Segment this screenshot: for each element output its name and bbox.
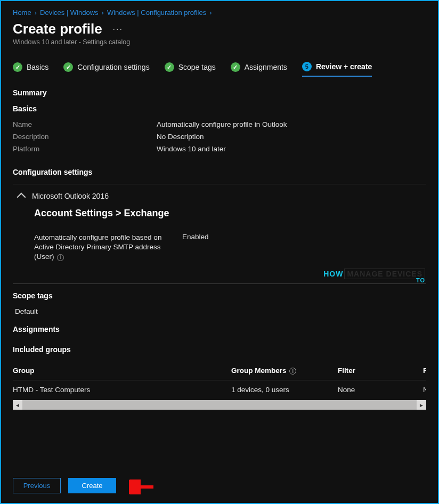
step-label: Review + create [316,62,372,71]
chevron-right-icon: › [209,9,212,17]
col-filter[interactable]: Filter [338,367,423,375]
check-icon: ✓ [63,62,73,72]
info-icon[interactable]: i [57,254,64,261]
divider [13,184,426,184]
basics-name-value: Automatically configure profile in Outlo… [157,120,287,128]
breadcrumb: Home › Devices | Windows › Windows | Con… [13,9,426,17]
basics-desc-value: No Description [157,133,204,141]
scroll-left-icon[interactable]: ◄ [13,400,22,410]
create-button[interactable]: Create [68,478,116,493]
cell-filter-mode: None [423,386,426,394]
wizard-steps: ✓ Basics ✓ Configuration settings ✓ Scop… [13,62,426,77]
divider [13,283,426,284]
table-row: HTMD - Test Computers 1 devices, 0 users… [13,380,426,399]
step-scope-tags[interactable]: ✓ Scope tags [165,62,216,76]
scope-heading: Scope tags [13,291,426,300]
step-basics[interactable]: ✓ Basics [13,62,48,76]
summary-heading: Summary [13,88,426,97]
step-label: Basics [27,63,48,71]
basics-platform-value: Windows 10 and later [157,145,226,153]
accordion-path: Account Settings > Exchange [34,208,426,219]
step-label: Configuration settings [77,63,149,71]
check-icon: ✓ [231,62,240,72]
page-title: Create profile [13,21,102,37]
step-number-icon: 5 [302,62,312,71]
step-review-create[interactable]: 5 Review + create [302,62,372,77]
assignments-table: Group Group Members i Filter Filter mode… [13,361,426,400]
scope-value: Default [15,307,426,315]
previous-button[interactable]: Previous [13,478,61,493]
col-members[interactable]: Group Members i [231,367,338,375]
annotation-arrow-icon [129,479,155,494]
config-heading: Configuration settings [13,168,426,176]
basics-heading: Basics [13,104,426,113]
chevron-right-icon: › [102,9,104,17]
more-actions-button[interactable]: ··· [113,25,123,34]
cell-members: 1 devices, 0 users [231,386,338,394]
info-icon[interactable]: i [289,368,296,375]
step-assignments[interactable]: ✓ Assignments [231,62,287,76]
col-group[interactable]: Group [13,367,231,375]
accordion-toggle[interactable]: Microsoft Outlook 2016 [18,192,426,200]
step-config-settings[interactable]: ✓ Configuration settings [63,62,149,76]
setting-label: Automatically configure profile based on… [34,233,173,262]
step-label: Assignments [245,63,287,71]
breadcrumb-home[interactable]: Home [13,9,31,17]
chevron-up-icon [17,193,26,202]
col-filter-mode[interactable]: Filter mode [423,367,426,375]
page-subtitle: Windows 10 and later - Settings catalog [13,38,426,46]
basics-platform-label: Platform [13,145,157,153]
breadcrumb-devices[interactable]: Devices | Windows [40,9,99,17]
assignments-heading: Assignments [13,325,426,334]
basics-name-label: Name [13,120,157,128]
check-icon: ✓ [165,62,174,72]
step-label: Scope tags [178,63,216,71]
chevron-right-icon: › [35,9,37,17]
cell-group: HTMD - Test Computers [13,386,231,394]
cell-filter: None [338,386,423,394]
check-icon: ✓ [13,62,22,72]
included-groups-heading: Included groups [13,345,426,354]
breadcrumb-config-profiles[interactable]: Windows | Configuration profiles [107,9,206,17]
basics-desc-label: Description [13,133,157,141]
horizontal-scrollbar[interactable]: ◄ ► [13,400,426,410]
accordion-title: Microsoft Outlook 2016 [32,192,109,200]
scroll-right-icon[interactable]: ► [417,400,426,410]
setting-value: Enabled [182,233,209,262]
